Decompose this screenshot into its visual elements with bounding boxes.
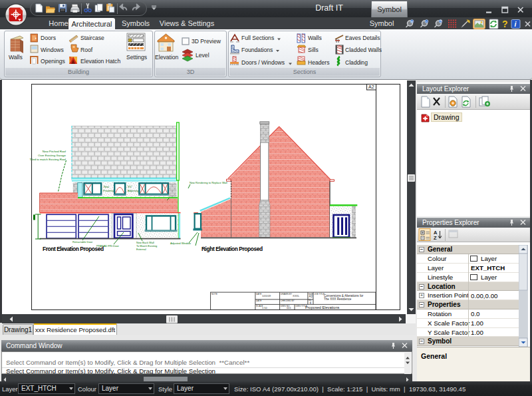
svg-text:New Rendering to Replace Wall: New Rendering to Replace Wall — [190, 181, 227, 184]
svg-text:Adjusted Window: Adjusted Window — [170, 242, 191, 245]
svg-text:?: ? — [502, 19, 508, 29]
svg-text:Z: Z — [434, 235, 437, 241]
svg-text:DRAWN BY: DRAWN BY — [281, 293, 293, 296]
svg-text:Proposed Elevations: Proposed Elevations — [305, 305, 340, 309]
svg-text:JOB TITLE: JOB TITLE — [315, 293, 325, 296]
svg-text:1:50: 1:50 — [262, 306, 268, 309]
svg-text:NOTE: NOTE — [211, 293, 217, 296]
svg-text:3'0": 3'0" — [128, 185, 132, 188]
svg-text:Conversions & Alterations for: Conversions & Alterations for — [324, 294, 364, 297]
svg-text:Retractable Door: Retractable Door — [72, 240, 93, 244]
svg-text:Adjoining: Adjoining — [128, 189, 138, 192]
svg-text:Right Elevation Proposed: Right Elevation Proposed — [201, 246, 263, 252]
svg-text:-: - — [426, 19, 427, 23]
svg-text:External: External — [136, 248, 146, 251]
svg-text:1/05/09: 1/05/09 — [262, 294, 271, 297]
svg-text:XXXL: XXXL — [293, 294, 300, 297]
svg-text:Tiled to match Existing Roof: Tiled to match Existing Roof — [30, 158, 66, 161]
svg-text:New Pitched Roof: New Pitched Roof — [43, 150, 66, 153]
svg-text:DATE: DATE — [256, 293, 261, 296]
svg-text:Proximity: Proximity — [103, 189, 114, 192]
svg-text:CHECKED BY: CHECKED BY — [281, 299, 295, 302]
svg-text:DATE: DATE — [256, 299, 261, 302]
svg-text:Over Existing Garage: Over Existing Garage — [38, 154, 66, 157]
svg-text:+: + — [411, 19, 413, 23]
svg-text:New: New — [104, 185, 109, 188]
svg-text:A2: A2 — [368, 85, 374, 89]
svg-text:Front Elevation Proposed: Front Elevation Proposed — [43, 246, 104, 252]
svg-text:?: ? — [440, 19, 442, 23]
svg-text:The XXX Residence: The XXX Residence — [324, 297, 352, 301]
svg-text:001: 001 — [287, 306, 291, 309]
svg-text:A3: A3 — [309, 295, 313, 298]
